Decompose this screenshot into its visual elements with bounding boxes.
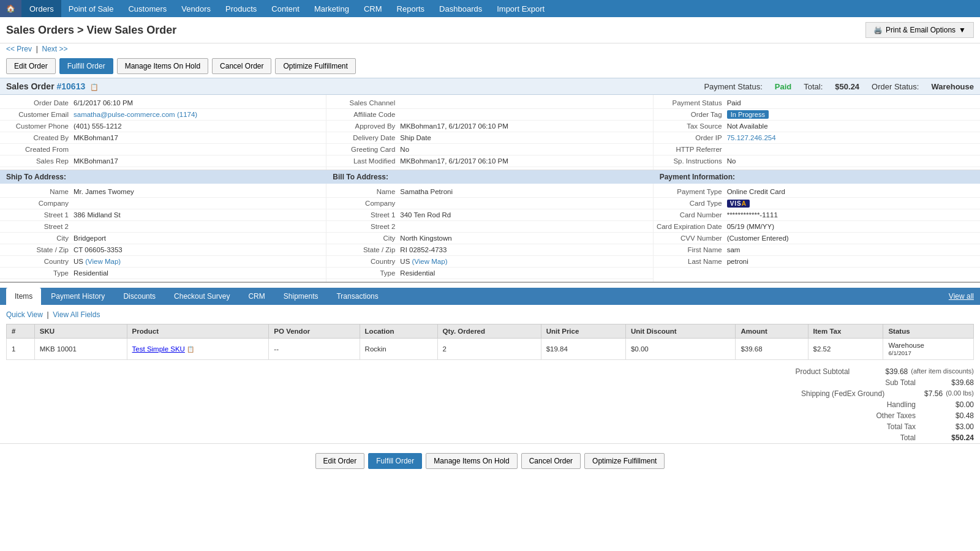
ship-to-view-map-link[interactable]: (View Map)	[85, 258, 121, 265]
nav-content[interactable]: Content	[264, 0, 307, 17]
address-section-headers: Ship To Address: Bill To Address: Paymen…	[0, 170, 980, 184]
breadcrumb-nav: << Prev | Next >>	[0, 43, 980, 54]
nav-products[interactable]: Products	[218, 0, 264, 17]
product-subtotal-row: Product Subtotal $39.68 (after item disc…	[668, 366, 974, 377]
delivery-date-row: Delivery Date Ship Date	[326, 132, 652, 144]
items-table: # SKU Product PO Vendor Location Qty. Or…	[6, 324, 974, 360]
col-amount: Amount	[736, 324, 808, 339]
nav-vendors[interactable]: Vendors	[174, 0, 218, 17]
address-details-section: NameMr. James Twomey Company Street 1386…	[0, 184, 980, 283]
total-tax-row: Total Tax $3.00	[668, 421, 974, 432]
prev-link[interactable]: << Prev	[6, 45, 32, 53]
bottom-action-bar: Edit Order Fulfill Order Manage Items On…	[0, 443, 980, 478]
sp-instructions-row: Sp. Instructions No	[654, 156, 980, 167]
shipping-row: Shipping (FedEx Ground) $7.56 (0.00 lbs)	[668, 388, 974, 399]
bottom-fulfill-order-button[interactable]: Fulfill Order	[368, 453, 422, 469]
order-number-link[interactable]: #10613	[57, 81, 86, 91]
ship-to-header: Ship To Address:	[0, 170, 326, 184]
nav-import-export[interactable]: Import Export	[489, 0, 552, 17]
table-row: 1 MKB 10001 Test Simple SKU 📋 -- Rockin …	[7, 339, 974, 360]
col-qty: Qty. Ordered	[437, 324, 541, 339]
view-all-link[interactable]: View all	[949, 292, 974, 301]
bottom-manage-hold-button[interactable]: Manage Items On Hold	[426, 453, 517, 469]
payment-status-value: Paid	[775, 82, 791, 91]
nav-crm[interactable]: CRM	[356, 0, 390, 17]
order-date-row: Order Date 6/1/2017 06:10 PM	[0, 97, 326, 109]
copy-product-icon[interactable]: 📋	[187, 346, 194, 353]
nav-reports[interactable]: Reports	[390, 0, 432, 17]
quick-view-link[interactable]: Quick View	[6, 310, 43, 319]
col-sku: SKU	[34, 324, 127, 339]
payment-info-header: Payment Information:	[654, 170, 980, 184]
col-unit-price: Unit Price	[541, 324, 625, 339]
tab-items[interactable]: Items	[6, 288, 41, 305]
subtotal-row: Sub Total $39.68	[668, 377, 974, 388]
order-tag-badge: In Progress	[727, 110, 769, 119]
bottom-optimize-fulfillment-button[interactable]: Optimize Fulfillment	[584, 453, 665, 469]
order-ip-row: Order IP 75.127.246.254	[654, 132, 980, 144]
bill-to-view-map-link[interactable]: (View Map)	[412, 258, 448, 265]
order-details-left: Order Date 6/1/2017 06:10 PM Customer Em…	[0, 95, 326, 170]
tab-transactions[interactable]: Transactions	[328, 288, 386, 305]
other-taxes-row: Other Taxes $0.48	[668, 410, 974, 421]
next-link[interactable]: Next >>	[42, 45, 67, 53]
totals-area: Product Subtotal $39.68 (after item disc…	[668, 366, 974, 443]
order-number: Sales Order #10613 📋	[6, 81, 99, 91]
handling-row: Handling $0.00	[668, 399, 974, 410]
payment-status-label: Payment Status:	[704, 82, 762, 91]
tab-discounts[interactable]: Discounts	[115, 288, 164, 305]
order-ip-link[interactable]: 75.127.246.254	[727, 134, 776, 141]
home-button[interactable]: 🏠	[0, 0, 22, 17]
created-by-row: Created By MKBohman17	[0, 132, 326, 144]
tax-source-row: Tax Source Not Available	[654, 121, 980, 132]
action-bar: Edit Order Fulfill Order Manage Items On…	[0, 54, 980, 78]
items-area: Quick View | View All Fields # SKU Produ…	[0, 305, 980, 363]
tabs-bar: Items Payment History Discounts Checkout…	[0, 288, 980, 305]
bottom-edit-order-button[interactable]: Edit Order	[315, 453, 365, 469]
tab-checkout-survey[interactable]: Checkout Survey	[165, 288, 238, 305]
nav-customers[interactable]: Customers	[121, 0, 174, 17]
nav-dashboards[interactable]: Dashboards	[432, 0, 489, 17]
fulfill-order-button[interactable]: Fulfill Order	[59, 58, 113, 74]
created-from-row: Created From	[0, 144, 326, 156]
col-po-vendor: PO Vendor	[269, 324, 360, 339]
total-row: Total $50.24	[668, 432, 974, 443]
customer-email-count-link[interactable]: (1174)	[177, 111, 197, 118]
print-email-button[interactable]: 🖨️ Print & Email Options ▼	[865, 22, 974, 38]
order-details-middle: Sales Channel Affiliate Code Approved By…	[326, 95, 653, 170]
tab-shipments[interactable]: Shipments	[275, 288, 327, 305]
nav-orders[interactable]: Orders	[22, 0, 61, 17]
visa-card-icon: VISA	[727, 200, 750, 208]
nav-point-of-sale[interactable]: Point of Sale	[61, 0, 121, 17]
copy-icon[interactable]: 📋	[90, 83, 99, 91]
col-location: Location	[360, 324, 437, 339]
total-value: $50.24	[835, 82, 859, 91]
sales-rep-row: Sales Rep MKBohman17	[0, 156, 326, 167]
order-details-section: Order Date 6/1/2017 06:10 PM Customer Em…	[0, 95, 980, 170]
optimize-fulfillment-button[interactable]: Optimize Fulfillment	[275, 58, 355, 74]
page-title: Sales Orders > View Sales Order	[6, 24, 176, 37]
quick-view-bar: Quick View | View All Fields	[6, 308, 974, 321]
bill-to-header: Bill To Address:	[326, 170, 653, 184]
view-all-fields-link[interactable]: View All Fields	[53, 310, 100, 319]
order-details-right: Payment Status Paid Order Tag In Progres…	[654, 95, 980, 170]
tab-crm[interactable]: CRM	[239, 288, 273, 305]
order-info-header: Sales Order #10613 📋 Payment Status: Pai…	[0, 78, 980, 95]
nav-marketing[interactable]: Marketing	[307, 0, 356, 17]
product-link[interactable]: Test Simple SKU	[132, 345, 185, 353]
http-referrer-row: HTTP Referrer	[654, 144, 980, 156]
order-status-label: Order Status:	[872, 82, 919, 91]
customer-phone-row: Customer Phone (401) 555-1212	[0, 121, 326, 132]
col-unit-discount: Unit Discount	[625, 324, 735, 339]
bill-to-section: NameSamatha Petroni Company Street 1340 …	[326, 184, 653, 282]
order-status-area: Payment Status: Paid Total: $50.24 Order…	[704, 82, 974, 91]
col-num: #	[7, 324, 35, 339]
cancel-order-button[interactable]: Cancel Order	[212, 58, 271, 74]
manage-hold-button[interactable]: Manage Items On Hold	[117, 58, 208, 74]
customer-email-link[interactable]: samatha@pulse-commerce.com	[74, 111, 175, 118]
edit-order-button[interactable]: Edit Order	[6, 58, 56, 74]
tab-payment-history[interactable]: Payment History	[42, 288, 113, 305]
total-label: Total:	[804, 82, 823, 91]
bottom-cancel-order-button[interactable]: Cancel Order	[521, 453, 581, 469]
payment-status-detail-row: Payment Status Paid	[654, 97, 980, 109]
